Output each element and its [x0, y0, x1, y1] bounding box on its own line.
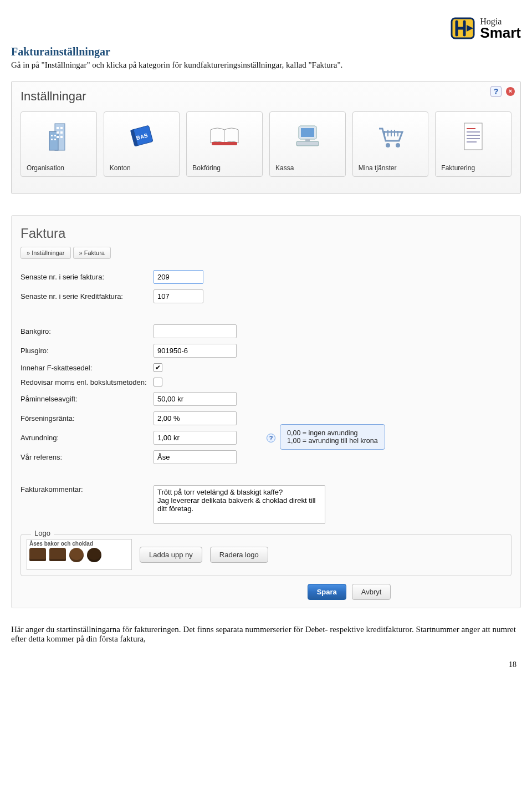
info-icon[interactable]: ?	[267, 434, 275, 442]
tooltip-line2: 1,00 = avrunding till hel krona	[287, 437, 378, 445]
label-fskatt: Innehar F-skattesedel:	[21, 364, 148, 372]
tile-label: Organisation	[27, 164, 91, 172]
book-icon: BAS	[110, 118, 174, 155]
svg-rect-8	[57, 136, 59, 138]
settings-panel-title: Inställningar	[21, 89, 511, 104]
svg-rect-13	[54, 139, 56, 140]
tile-label: Kassa	[275, 164, 340, 172]
open-book-icon	[192, 118, 257, 155]
action-row: Spara Avbryt	[187, 584, 511, 600]
input-bankgiro[interactable]	[154, 324, 237, 338]
invoice-doc-icon	[441, 118, 505, 155]
cancel-button[interactable]: Avbryt	[352, 584, 391, 600]
intro-text: Gå in på "Inställningar" och klicka på k…	[11, 60, 521, 70]
svg-rect-20	[296, 141, 319, 146]
svg-point-22	[386, 143, 390, 147]
crumb-installningar[interactable]: » Inställningar	[21, 247, 71, 259]
tile-mina-tjanster[interactable]: Mina tjänster	[352, 111, 429, 177]
svg-rect-21	[305, 139, 310, 141]
checkbox-fskatt[interactable]: ✔	[154, 363, 162, 372]
faktura-panel: Faktura » Inställningar » Faktura Senast…	[11, 215, 521, 608]
svg-rect-4	[57, 127, 59, 129]
svg-rect-3	[49, 131, 58, 150]
brand-text-line2: Smart	[480, 27, 521, 39]
faktura-form: Senaste nr. i serie faktura: Senaste nr.…	[21, 270, 511, 524]
input-serie-faktura[interactable]	[154, 270, 203, 284]
logo-thumbnail: Åses bakor och choklad	[27, 539, 132, 570]
input-avrundning[interactable]	[154, 431, 237, 445]
tile-organisation[interactable]: Organisation	[21, 111, 97, 177]
svg-rect-24	[464, 123, 482, 150]
tile-fakturering[interactable]: Fakturering	[435, 111, 511, 177]
logo-legend: Logo	[31, 529, 54, 537]
checkbox-bokslut[interactable]: ✔	[154, 378, 162, 386]
close-icon[interactable]: ×	[506, 87, 515, 96]
input-forsening[interactable]	[154, 411, 237, 425]
tile-konton[interactable]: BAS Konton	[104, 111, 180, 177]
svg-rect-19	[301, 128, 314, 137]
svg-point-23	[396, 143, 400, 147]
hogia-logo-icon	[450, 17, 475, 40]
label-var-referens: Vår referens:	[21, 453, 148, 461]
upload-logo-button[interactable]: Ladda upp ny	[140, 547, 202, 563]
label-bankgiro: Bankgiro:	[21, 327, 148, 335]
svg-rect-10	[51, 135, 53, 136]
tile-label: Fakturering	[441, 164, 505, 172]
tile-bokforing[interactable]: Bokföring	[186, 111, 263, 177]
svg-rect-6	[57, 131, 59, 134]
tile-label: Bokföring	[192, 164, 257, 172]
label-serie-faktura: Senaste nr. i serie faktura:	[21, 273, 148, 281]
outro-text: Här anger du startinställningarna för fa…	[11, 625, 521, 644]
computer-icon	[275, 118, 340, 155]
label-bokslut: Redovisar moms enl. bokslutsmetoden:	[21, 378, 148, 386]
help-icon[interactable]: ?	[490, 86, 502, 97]
breadcrumb: » Inställningar » Faktura	[21, 247, 511, 259]
logo-fieldset: Logo Åses bakor och choklad Ladda upp ny…	[21, 534, 511, 576]
label-paminnelse: Påminnelseavgift:	[21, 395, 148, 403]
svg-rect-17	[212, 142, 237, 145]
tile-label: Konton	[110, 164, 174, 172]
faktura-panel-title: Faktura	[21, 226, 511, 241]
page-heading: Fakturainställningar	[11, 45, 521, 58]
tooltip-line1: 0,00 = ingen avrunding	[287, 429, 378, 437]
input-serie-kreditfaktura[interactable]	[154, 289, 203, 303]
textarea-kommentar[interactable]	[154, 485, 325, 524]
tile-kassa[interactable]: Kassa	[269, 111, 346, 177]
crumb-faktura[interactable]: » Faktura	[73, 247, 111, 259]
label-serie-kreditfaktura: Senaste nr. i serie Kreditfaktura:	[21, 292, 148, 301]
truffle-icon	[69, 548, 84, 562]
label-kommentar: Fakturakommentar:	[21, 485, 148, 493]
input-plusgiro[interactable]	[154, 344, 237, 358]
input-paminnelse[interactable]	[154, 392, 237, 406]
svg-rect-5	[60, 127, 63, 129]
choco-icon	[49, 548, 66, 561]
avrundning-tooltip: 0,00 = ingen avrunding 1,00 = avrunding …	[280, 424, 385, 450]
settings-tile-row: Organisation BAS Konton	[21, 111, 511, 177]
save-button[interactable]: Spara	[308, 584, 346, 600]
tile-label: Mina tjänster	[359, 164, 423, 172]
page-number: 18	[11, 660, 521, 669]
truffle-icon	[87, 548, 101, 562]
label-avrundning: Avrundning:	[21, 434, 148, 442]
settings-panel: ? × Inställningar	[11, 81, 521, 194]
svg-rect-9	[60, 136, 63, 138]
delete-logo-button[interactable]: Radera logo	[210, 547, 268, 563]
building-icon	[27, 118, 91, 155]
svg-rect-11	[54, 135, 56, 136]
logo-caption: Åses bakor och choklad	[29, 541, 129, 547]
brand-logo: Hogia Smart	[11, 17, 521, 40]
label-plusgiro: Plusgiro:	[21, 347, 148, 355]
label-forsening: Förseningsränta:	[21, 414, 148, 423]
svg-rect-7	[60, 131, 63, 134]
input-var-referens[interactable]	[154, 450, 237, 464]
choco-icon	[29, 548, 46, 561]
svg-rect-12	[51, 139, 53, 140]
cart-icon	[359, 118, 423, 155]
